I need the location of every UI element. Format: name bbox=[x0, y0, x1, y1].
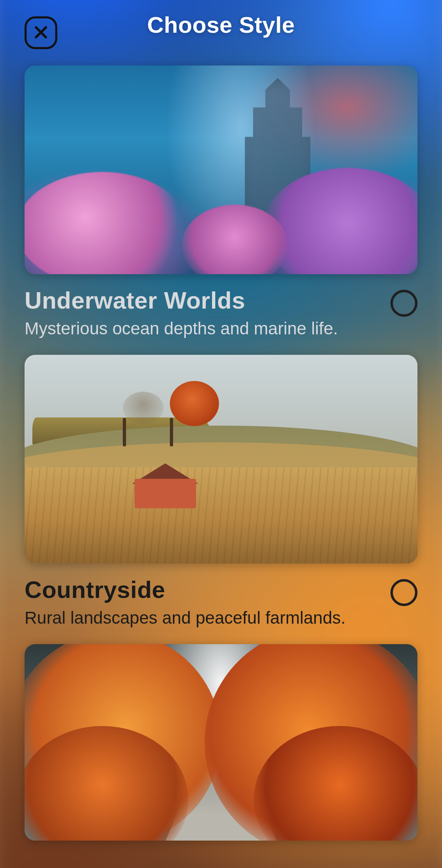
close-icon bbox=[33, 24, 49, 42]
style-description: Mysterious ocean depths and marine life. bbox=[25, 319, 374, 338]
style-thumbnail[interactable] bbox=[25, 644, 417, 841]
field-shape bbox=[25, 467, 417, 564]
style-list[interactable]: Underwater Worlds Mysterious ocean depth… bbox=[0, 49, 442, 841]
style-radio[interactable] bbox=[390, 290, 417, 317]
style-thumbnail[interactable] bbox=[25, 65, 417, 274]
style-title: Underwater Worlds bbox=[25, 286, 374, 314]
coral-shape bbox=[25, 172, 188, 274]
style-title: Countryside bbox=[25, 576, 374, 603]
choose-style-screen: Choose Style Underwater Worlds Mysteriou… bbox=[0, 0, 442, 868]
style-card-countryside[interactable]: Countryside Rural landscapes and peacefu… bbox=[25, 355, 417, 628]
style-thumbnail[interactable] bbox=[25, 355, 417, 564]
page-title: Choose Style bbox=[147, 11, 295, 38]
style-card-underwater-worlds[interactable]: Underwater Worlds Mysterious ocean depth… bbox=[25, 65, 417, 338]
close-button[interactable] bbox=[25, 16, 57, 49]
style-meta: Countryside Rural landscapes and peacefu… bbox=[25, 564, 417, 628]
house-shape bbox=[135, 463, 196, 508]
style-meta: Underwater Worlds Mysterious ocean depth… bbox=[25, 274, 417, 338]
style-radio[interactable] bbox=[390, 579, 417, 606]
style-card-autumn-forest[interactable] bbox=[25, 644, 417, 841]
header: Choose Style bbox=[0, 0, 442, 49]
style-description: Rural landscapes and peaceful farmlands. bbox=[25, 608, 374, 628]
